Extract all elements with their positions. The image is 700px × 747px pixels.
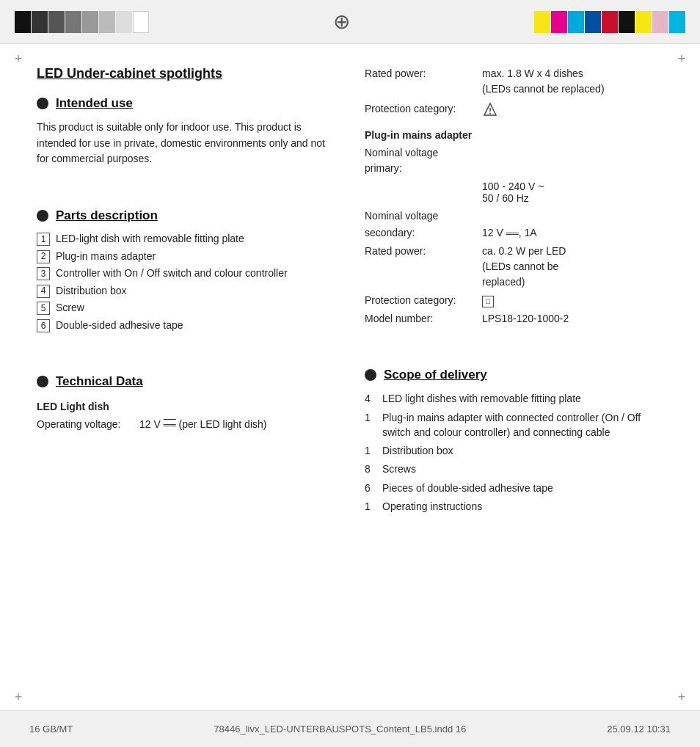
corner-mark-top-right: + <box>674 51 689 66</box>
adapter-protection-row: Protection category: □ <box>365 293 663 308</box>
intended-use-title: Intended use <box>56 96 133 111</box>
list-item: 1 Distribution box <box>365 443 663 458</box>
parts-description-bullet <box>37 210 48 222</box>
parts-description-title: Parts description <box>56 208 158 223</box>
intended-use-body: This product is suitable only for indoor… <box>37 120 328 167</box>
parts-list: 1 LED-light dish with removable fitting … <box>37 232 328 333</box>
swatch-light-gray <box>82 11 98 33</box>
top-registration-bar: ⊕ <box>0 0 700 44</box>
scope-qty-6: 1 <box>365 499 382 514</box>
swatch-lighter-gray <box>99 11 115 33</box>
list-item: 8 Screws <box>365 462 663 476</box>
bottom-bar: 16 GB/MT 78446_livx_LED-UNTERBAUSPOTS_Co… <box>0 710 700 747</box>
protection-category-row: Protection category: <box>365 101 663 117</box>
technical-data-title: Technical Data <box>56 374 143 389</box>
model-number-label: Model number: <box>365 311 482 327</box>
part-num-4: 4 <box>37 285 50 298</box>
part-text-3: Controller with On / Off switch and colo… <box>56 266 288 281</box>
swatch-blue <box>585 11 601 33</box>
file-info: 78446_livx_LED-UNTERBAUSPOTS_Content_LB5… <box>214 724 466 735</box>
parts-description-header: Parts description <box>37 208 328 223</box>
rated-power-value: max. 1.8 W x 4 dishes(LEDs cannot be rep… <box>482 66 663 97</box>
operating-voltage-row: Operating voltage: 12 V ══ (per LED ligh… <box>37 417 328 432</box>
scope-text-3: Distribution box <box>382 443 453 458</box>
svg-point-2 <box>489 113 491 114</box>
list-item: 1 Operating instructions <box>365 499 663 514</box>
nominal-voltage-primary-label: Nominal voltageprimary: <box>365 147 438 174</box>
swatch-red <box>602 11 618 33</box>
part-num-5: 5 <box>37 302 50 315</box>
swatch-cyan <box>568 11 584 33</box>
protection-category-icon <box>482 101 663 117</box>
technical-data-header: Technical Data <box>37 374 328 389</box>
scope-qty-3: 1 <box>365 443 382 458</box>
part-num-1: 1 <box>37 233 50 246</box>
swatch-yellow2 <box>635 11 652 33</box>
list-item: 2 Plug-in mains adapter <box>37 249 328 264</box>
scope-text-2: Plug-in mains adapter with connected con… <box>382 410 663 440</box>
scope-of-delivery-title: Scope of delivery <box>384 368 487 382</box>
swatch-gray <box>65 11 81 33</box>
swatch-mid-gray <box>48 11 65 33</box>
left-color-swatches <box>15 11 149 33</box>
corner-mark-top-left: + <box>11 51 26 66</box>
right-column: Rated power: max. 1.8 W x 4 dishes(LEDs … <box>350 66 663 517</box>
operating-voltage-value: 12 V ══ (per LED light dish) <box>139 417 266 432</box>
part-text-6: Double-sided adhesive tape <box>56 318 183 333</box>
list-item: 3 Controller with On / Off switch and co… <box>37 266 328 281</box>
top-center-crosshair: ⊕ <box>164 10 519 34</box>
part-text-5: Screw <box>56 301 84 316</box>
swatch-dark-gray <box>32 11 48 33</box>
swatch-black2 <box>619 11 635 33</box>
scope-text-4: Screws <box>382 462 416 476</box>
model-number-value: LPS18-120-1000-2 <box>482 311 663 327</box>
nominal-voltage-primary-row: 100 - 240 V ~50 / 60 Hz <box>365 181 663 204</box>
intended-use-bullet <box>37 98 48 109</box>
nominal-voltage-primary-value: 100 - 240 V ~50 / 60 Hz <box>482 181 544 204</box>
scope-qty-1: 4 <box>365 391 382 406</box>
swatch-yellow <box>534 11 550 33</box>
list-item: 4 LED light dishes with removable fittin… <box>365 391 663 406</box>
operating-voltage-label: Operating voltage: <box>37 417 139 432</box>
adapter-protection-label: Protection category: <box>365 293 482 308</box>
scope-text-6: Operating instructions <box>382 499 482 514</box>
list-item: 4 Distribution box <box>37 284 328 299</box>
plug-in-adapter-subtitle: Plug-in mains adapter <box>365 129 663 141</box>
model-number-row: Model number: LPS18-120-1000-2 <box>365 311 663 327</box>
swatch-magenta <box>551 11 567 33</box>
scope-of-delivery-header: Scope of delivery <box>365 368 663 382</box>
nominal-voltage-secondary-label-block: Nominal voltage <box>365 208 663 224</box>
list-item: 6 Pieces of double-sided adhesive tape <box>365 481 663 495</box>
scope-qty-5: 6 <box>365 481 382 495</box>
nominal-voltage-secondary-value: 12 V ══, 1A <box>482 225 663 241</box>
swatch-light-blue <box>669 11 685 33</box>
scope-text-1: LED light dishes with removable fitting … <box>382 391 581 406</box>
part-num-6: 6 <box>37 319 50 332</box>
list-item: 1 LED-light dish with removable fitting … <box>37 232 328 247</box>
scope-qty-2: 1 <box>365 410 382 425</box>
scope-qty-4: 8 <box>365 462 382 476</box>
list-item: 6 Double-sided adhesive tape <box>37 318 328 333</box>
technical-data-bullet <box>37 376 48 387</box>
scope-of-delivery-bullet <box>365 369 376 381</box>
swatch-near-white <box>116 11 132 33</box>
nominal-voltage-primary-block: Nominal voltageprimary: <box>365 145 663 176</box>
scope-list: 4 LED light dishes with removable fittin… <box>365 391 663 514</box>
part-text-2: Plug-in mains adapter <box>56 249 156 264</box>
swatch-white <box>133 11 149 33</box>
nominal-voltage-secondary-row: secondary: 12 V ══, 1A <box>365 225 663 241</box>
page-content: LED Under-cabinet spotlights Intended us… <box>0 44 700 532</box>
corner-mark-bottom-right: + <box>674 690 689 704</box>
list-item: 1 Plug-in mains adapter with connected c… <box>365 410 663 440</box>
swatch-black <box>15 11 31 33</box>
nominal-voltage-primary-label2 <box>365 181 482 204</box>
adapter-rated-power-label: Rated power: <box>365 244 482 290</box>
corner-mark-bottom-left: + <box>11 690 26 704</box>
adapter-rated-power-row: Rated power: ca. 0.2 W per LED(LEDs cann… <box>365 244 663 290</box>
part-text-4: Distribution box <box>56 284 127 299</box>
rated-power-section: Rated power: max. 1.8 W x 4 dishes(LEDs … <box>365 66 663 97</box>
nominal-voltage-secondary-label: secondary: <box>365 225 482 241</box>
part-num-3: 3 <box>37 267 50 280</box>
list-item: 5 Screw <box>37 301 328 316</box>
swatch-pink <box>652 11 668 33</box>
